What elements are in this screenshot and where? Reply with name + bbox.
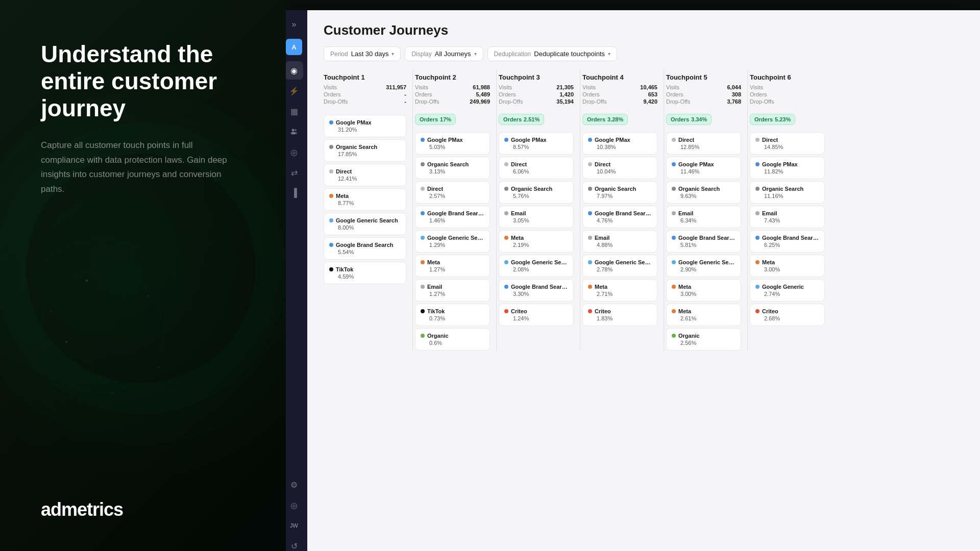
channel-item[interactable]: TikTok 4.59%	[324, 262, 406, 284]
sidebar-icon-settings[interactable]: ⚙	[285, 475, 303, 494]
channel-item[interactable]: Direct 14.85%	[750, 132, 825, 155]
channel-item[interactable]: Organic 0.6%	[415, 328, 490, 350]
channel-name: Google Brand Search	[336, 242, 393, 248]
channel-item[interactable]: Meta 1.27%	[415, 255, 490, 277]
journey-area[interactable]: Touchpoint 1 Visits311,957 Orders- Drop-…	[307, 69, 980, 551]
channel-item[interactable]: Google Brand Search 6.25%	[750, 230, 825, 253]
channel-pct: 11.82%	[764, 168, 819, 174]
channel-item[interactable]: Organic Search 9.63%	[666, 181, 741, 204]
channel-item[interactable]: Google PMax 5.03%	[415, 132, 490, 155]
channel-dot	[672, 162, 676, 166]
channel-item[interactable]: Google Brand Search 5.54%	[324, 237, 406, 260]
svg-point-8	[158, 367, 159, 368]
channel-item[interactable]: Email 7.43%	[750, 206, 825, 228]
channel-item[interactable]: Google Brand Search 5.81%	[666, 230, 741, 253]
channel-item[interactable]: Direct 6.06%	[499, 157, 574, 179]
channel-item[interactable]: Organic Search 11.16%	[750, 181, 825, 204]
channel-item[interactable]: Google Brand Search 3.30%	[499, 279, 574, 302]
channel-pct: 10.04%	[597, 168, 652, 174]
workspace-avatar[interactable]: A	[286, 39, 302, 55]
sidebar-icon-users[interactable]	[285, 122, 303, 141]
channel-item[interactable]: Email 4.88%	[582, 230, 657, 253]
sidebar-icon-bar-chart[interactable]: ▐	[285, 184, 303, 202]
touchpoint-stats-6: Visits Orders Drop-Offs	[750, 84, 825, 105]
channel-item[interactable]: Google PMax 11.46%	[666, 157, 741, 179]
channel-item[interactable]: Google PMax 10.38%	[582, 132, 657, 155]
channel-item[interactable]: Meta 2.71%	[582, 279, 657, 302]
channel-dot	[421, 236, 425, 240]
channel-name: Email	[762, 210, 777, 216]
channel-item[interactable]: Email 3.05%	[499, 206, 574, 228]
main-content: Customer Journeys Period Last 30 days ▾ …	[307, 10, 980, 551]
channel-pct: 1.83%	[597, 315, 652, 321]
channel-item[interactable]: Email 6.34%	[666, 206, 741, 228]
channel-dot	[504, 236, 508, 240]
sidebar-user-initials[interactable]: JW	[285, 516, 303, 535]
channel-item[interactable]: Organic Search 5.76%	[499, 181, 574, 204]
channel-item[interactable]: Organic 2.56%	[666, 328, 741, 350]
channel-item[interactable]: Meta 2.19%	[499, 230, 574, 253]
channel-dot	[329, 145, 333, 149]
sidebar-icon-funnel[interactable]: ⚡	[285, 82, 303, 100]
channel-name: TikTok	[427, 308, 445, 314]
channel-item[interactable]: Criteo 2.68%	[750, 304, 825, 326]
channel-item[interactable]: Direct 2.57%	[415, 181, 490, 204]
channel-dot	[672, 285, 676, 289]
app-panel: » A ◉ ⚡ ▦ ◎ ⇄ ▐ ⚙ ◎ JW ↺ Cu	[281, 10, 980, 551]
channel-dot	[421, 138, 425, 142]
column-divider	[664, 69, 664, 350]
touchpoint-col-3: Touchpoint 3 Visits21,305 Orders1,420 Dr…	[499, 69, 578, 350]
channel-item[interactable]: Google Brand Search 1.46%	[415, 206, 490, 228]
channel-item[interactable]: Google PMax 8.57%	[499, 132, 574, 155]
svg-point-13	[295, 129, 297, 131]
sidebar-icon-image[interactable]: ▦	[285, 102, 303, 120]
sidebar-icon-dashboard[interactable]: ◉	[285, 61, 303, 80]
channel-item[interactable]: Google Generic Search 2.78%	[582, 255, 657, 277]
channel-item[interactable]: Google Brand Search 4.76%	[582, 206, 657, 228]
channel-item[interactable]: Meta 3.00%	[666, 279, 741, 302]
channel-item[interactable]: Email 1.27%	[415, 279, 490, 302]
channel-item[interactable]: Google Generic Search 1.29%	[415, 230, 490, 253]
channel-item[interactable]: Direct 12.41%	[324, 164, 406, 186]
channel-item[interactable]: Google PMax 11.82%	[750, 157, 825, 179]
dedup-filter[interactable]: Deduplication Deduplicate touchpoints ▾	[487, 46, 617, 61]
channel-dot	[588, 162, 592, 166]
sidebar-icon-globe[interactable]: ◎	[285, 143, 303, 161]
channel-item[interactable]: Organic Search 3.13%	[415, 157, 490, 179]
channel-item[interactable]: Google Generic Search 2.90%	[666, 255, 741, 277]
channel-item[interactable]: Organic Search 17.85%	[324, 139, 406, 162]
channel-item[interactable]: Meta 2.61%	[666, 304, 741, 326]
channel-name: Google PMax	[595, 137, 630, 143]
channel-pct: 11.46%	[680, 168, 736, 174]
channel-name: Google Brand Search	[595, 210, 652, 216]
display-filter[interactable]: Display All Journeys ▾	[405, 46, 483, 61]
channel-item[interactable]: Meta 8.77%	[324, 188, 406, 211]
channel-dot	[588, 260, 592, 264]
channel-item[interactable]: Google PMax 31.20%	[324, 115, 406, 137]
channel-dot	[421, 309, 425, 313]
sidebar-icon-profile[interactable]: ◎	[285, 496, 303, 514]
touchpoint-title-1: Touchpoint 1	[324, 73, 406, 81]
sidebar-refresh-button[interactable]: ↺	[285, 537, 303, 551]
period-filter[interactable]: Period Last 30 days ▾	[324, 46, 401, 61]
channel-name: Organic Search	[595, 186, 636, 192]
journey-columns: Touchpoint 1 Visits311,957 Orders- Drop-…	[324, 69, 980, 350]
channel-item[interactable]: Google Generic Search 8.00%	[324, 213, 406, 235]
channel-item[interactable]: Criteo 1.24%	[499, 304, 574, 326]
sidebar-expand-button[interactable]: »	[286, 16, 302, 33]
channel-item[interactable]: Organic Search 7.97%	[582, 181, 657, 204]
orders-badge-6: Orders 5.23%	[750, 114, 795, 125]
channel-list: Google PMax 10.38% Direct 10.04% Organic…	[582, 132, 657, 326]
channel-name: Google Brand Search	[762, 235, 819, 241]
sidebar-icon-journey[interactable]: ⇄	[285, 163, 303, 182]
channel-item[interactable]: Direct 12.85%	[666, 132, 741, 155]
channel-item[interactable]: Google Generic Search 2.08%	[499, 255, 574, 277]
channel-item[interactable]: Direct 10.04%	[582, 157, 657, 179]
channel-item[interactable]: Criteo 1.83%	[582, 304, 657, 326]
channel-item[interactable]: TikTok 0.73%	[415, 304, 490, 326]
channel-pct: 5.03%	[429, 144, 484, 150]
orders-badge-5: Orders 3.34%	[666, 114, 712, 125]
channel-pct: 10.38%	[597, 144, 652, 150]
channel-item[interactable]: Google Generic 2.74%	[750, 279, 825, 302]
channel-item[interactable]: Meta 3.00%	[750, 255, 825, 277]
